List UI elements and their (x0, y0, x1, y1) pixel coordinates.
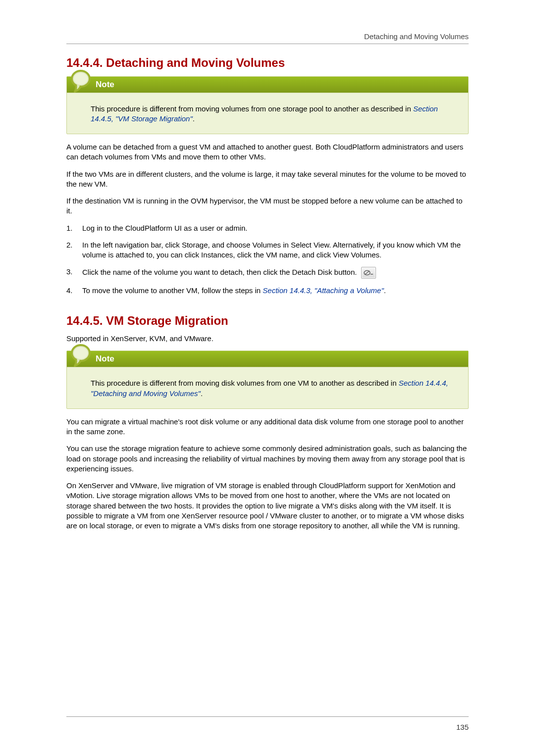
procedure-detach: Log in to the CloudPlatform UI as a user… (66, 223, 469, 296)
para-support: Supported in XenServer, KVM, and VMware. (66, 334, 469, 344)
step-4: To move the volume to another VM, follow… (66, 286, 469, 296)
note-box-detaching: Note This procedure is different from mo… (66, 76, 469, 135)
para-detach-ovm: If the destination VM is running in the … (66, 196, 469, 216)
note-title-bar: Note (67, 77, 468, 93)
svg-rect-4 (371, 274, 373, 275)
footer-rule (66, 716, 469, 717)
running-head: Detaching and Moving Volumes (66, 32, 469, 42)
para-migrate-2: You can use the storage migration featur… (66, 444, 469, 474)
step-2: In the left navigation bar, click Storag… (66, 240, 469, 260)
note-title-bar: Note (67, 351, 468, 367)
svg-point-6 (74, 347, 88, 359)
note-body: This procedure is different from moving … (67, 367, 468, 408)
section-title-detaching: 14.4.4. Detaching and Moving Volumes (66, 55, 469, 71)
para-migrate-3: On XenServer and VMware, live migration … (66, 481, 469, 531)
xref-attaching-volume[interactable]: Section 14.4.3, "Attaching a Volume" (263, 286, 383, 295)
note-speech-bubble-icon (68, 69, 93, 93)
note-box-migration: Note This procedure is different from mo… (66, 351, 469, 409)
para-migrate-1: You can migrate a virtual machine's root… (66, 417, 469, 437)
note-speech-bubble-icon (68, 343, 93, 367)
page-number: 135 (456, 722, 469, 732)
section-title-vm-storage-migration: 14.4.5. VM Storage Migration (66, 313, 469, 329)
svg-point-1 (74, 73, 88, 85)
note-body: This procedure is different from moving … (67, 93, 468, 134)
header-rule (66, 44, 469, 44)
para-detach-intro: A volume can be detached from a guest VM… (66, 142, 469, 162)
para-detach-cluster: If the two VMs are in different clusters… (66, 169, 469, 190)
detach-disk-icon (361, 267, 376, 279)
step-3: Click the name of the volume you want to… (66, 267, 469, 279)
step-1: Log in to the CloudPlatform UI as a user… (66, 223, 469, 233)
